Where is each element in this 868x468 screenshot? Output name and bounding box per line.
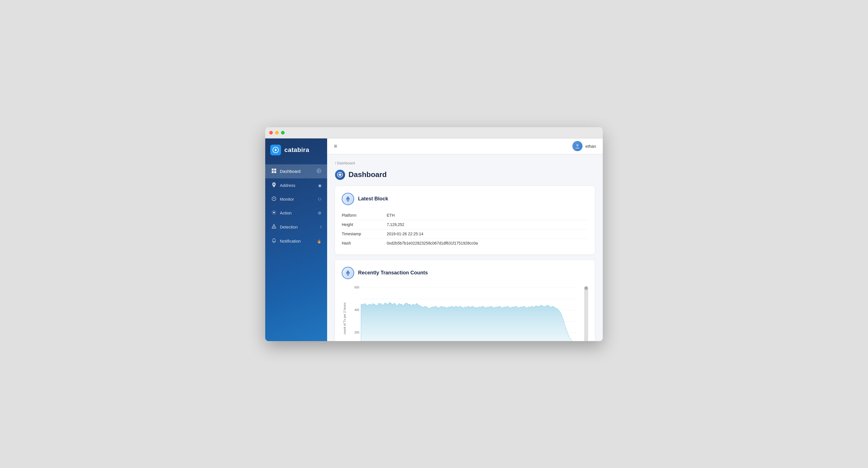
- svg-point-13: [274, 242, 275, 243]
- platform-value: ETH: [387, 213, 395, 217]
- platform-label: Platform: [342, 213, 387, 217]
- sidebar-item-notification-label: Notification: [280, 239, 301, 243]
- y-axis-label: count of Tx per 2 hours: [342, 285, 347, 341]
- svg-marker-17: [346, 196, 350, 200]
- hash-value: 0xd2b5b7b1e022823258c067d1df631f1751928c…: [387, 241, 478, 245]
- minimize-button[interactable]: [275, 131, 279, 135]
- latest-block-header: Latest Block: [342, 193, 588, 205]
- chart-container: count of Tx per 2 hours: [342, 285, 588, 341]
- detection-nav-icon-right: !: [320, 225, 321, 229]
- timestamp-label: Timestamp: [342, 232, 387, 236]
- sidebar-item-dashboard-label: Dashboard: [280, 169, 300, 174]
- sidebar-item-action[interactable]: Action ⚙: [265, 206, 327, 220]
- sidebar: catabira Dashboard: [265, 139, 327, 341]
- svg-point-10: [274, 227, 274, 228]
- location-icon: [271, 182, 277, 188]
- timestamp-value: 2019-01-26 22:25:14: [387, 232, 423, 236]
- topbar: ≡ ethan: [327, 139, 603, 154]
- page-title-icon: [335, 170, 345, 180]
- height-label: Height: [342, 222, 387, 227]
- transaction-chart-card: Recently Transaction Counts count of Tx …: [335, 260, 595, 341]
- sidebar-item-detection[interactable]: Detection !: [265, 220, 327, 234]
- svg-point-1: [275, 149, 277, 151]
- latest-block-card: Latest Block Platform ETH Height 7,129,2…: [335, 186, 595, 255]
- svg-text:200: 200: [354, 330, 359, 334]
- chart-inner: 600 400 200 0 2019-01-18 2019-01-20 2019…: [350, 285, 581, 341]
- chart-area: count of Tx per 2 hours: [342, 285, 588, 341]
- nav-items: Dashboard: [265, 162, 327, 341]
- hash-label: Hash: [342, 241, 387, 245]
- sidebar-item-monitor-label: Monitor: [280, 197, 294, 202]
- timestamp-row: Timestamp 2019-01-26 22:25:14: [342, 229, 588, 239]
- app-body: catabira Dashboard: [265, 139, 603, 341]
- svg-point-8: [273, 212, 275, 213]
- hamburger-button[interactable]: ≡: [334, 143, 337, 149]
- svg-rect-3: [274, 169, 276, 171]
- latest-block-info: Platform ETH Height 7,129,252 Timestamp …: [342, 211, 588, 247]
- dashboard-nav-icon-right: [316, 168, 321, 174]
- hash-row: Hash 0xd2b5b7b1e022823258c067d1df631f175…: [342, 239, 588, 247]
- sidebar-item-notification[interactable]: Notification 🔥: [265, 234, 327, 248]
- sidebar-item-dashboard[interactable]: Dashboard: [265, 164, 327, 178]
- height-value: 7,129,252: [387, 222, 404, 227]
- page-title: Dashboard: [348, 170, 387, 179]
- sidebar-item-action-label: Action: [280, 210, 292, 215]
- logo-text: catabira: [284, 146, 309, 154]
- svg-point-16: [339, 174, 341, 176]
- app-window: catabira Dashboard: [265, 127, 603, 341]
- svg-rect-2: [272, 169, 274, 171]
- address-nav-icon-right: ◉: [318, 183, 321, 188]
- sidebar-item-detection-label: Detection: [280, 225, 298, 229]
- user-area: ethan: [572, 141, 596, 151]
- chart-title: Recently Transaction Counts: [358, 270, 428, 276]
- svg-text:400: 400: [354, 308, 359, 312]
- notification-nav-icon-right: 🔥: [317, 239, 321, 243]
- svg-rect-4: [272, 171, 274, 173]
- chart-scrollbar[interactable]: [584, 286, 588, 341]
- sidebar-item-address[interactable]: Address ◉: [265, 178, 327, 193]
- logo-icon: [270, 145, 281, 155]
- svg-rect-5: [274, 171, 276, 173]
- dashboard-icon: [271, 168, 277, 174]
- height-row: Height 7,129,252: [342, 220, 588, 229]
- settings-icon: [271, 210, 277, 216]
- sidebar-item-address-label: Address: [280, 183, 295, 188]
- notification-icon: [271, 238, 277, 244]
- user-avatar: [572, 141, 583, 151]
- breadcrumb-separator: /: [335, 161, 336, 165]
- svg-text:600: 600: [354, 285, 359, 289]
- warning-icon: [271, 224, 277, 230]
- svg-point-14: [576, 144, 579, 146]
- traffic-lights: [269, 131, 285, 135]
- chart-wrapper: 600 400 200 0 2019-01-18 2019-01-20 2019…: [350, 285, 581, 341]
- sidebar-item-monitor[interactable]: Monitor ⚇: [265, 193, 327, 206]
- titlebar: [265, 127, 603, 139]
- maximize-button[interactable]: [281, 131, 285, 135]
- page-title-row: Dashboard: [335, 170, 595, 180]
- chart-svg: 600 400 200 0 2019-01-18 2019-01-20 2019…: [350, 285, 581, 341]
- user-name: ethan: [585, 144, 596, 149]
- monitor-nav-icon-right: ⚇: [318, 197, 321, 202]
- eth-icon: [342, 193, 354, 205]
- action-nav-icon-right: ⚙: [318, 211, 321, 215]
- main-content: ≡ ethan / Dashboard: [327, 139, 603, 341]
- breadcrumb: / Dashboard: [335, 161, 595, 165]
- page-content: / Dashboard Dashboard: [327, 154, 603, 341]
- logo-area: catabira: [265, 139, 327, 162]
- scrollbar-thumb-top[interactable]: [585, 287, 588, 290]
- latest-block-title: Latest Block: [358, 196, 388, 202]
- platform-row: Platform ETH: [342, 211, 588, 220]
- monitor-icon: [271, 197, 277, 202]
- svg-marker-19: [346, 270, 350, 274]
- close-button[interactable]: [269, 131, 273, 135]
- transaction-chart-header: Recently Transaction Counts: [342, 267, 588, 279]
- eth-icon-chart: [342, 267, 354, 279]
- breadcrumb-current: Dashboard: [337, 161, 355, 165]
